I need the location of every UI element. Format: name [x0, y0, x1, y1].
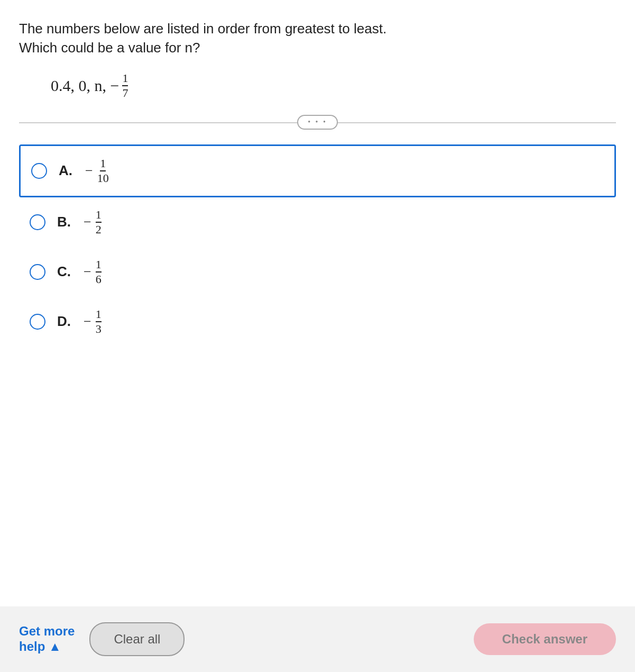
seq-fraction-denominator: 7	[122, 86, 128, 99]
question-line1: The numbers below are listed in order fr…	[19, 19, 616, 38]
radio-c[interactable]	[30, 264, 45, 280]
option-b-fraction: 1 2	[96, 209, 102, 235]
divider: • • •	[19, 115, 616, 130]
question-text: The numbers below are listed in order fr…	[19, 19, 616, 58]
option-label-d: D.	[57, 313, 74, 330]
get-more-help-line2: help ▲	[19, 639, 61, 655]
option-row-a[interactable]: A. − 1 10	[19, 144, 616, 197]
option-a-den: 10	[97, 171, 109, 184]
sequence-text: 0.4, 0, n, −	[51, 77, 119, 95]
option-row-c[interactable]: C. − 1 6	[19, 247, 616, 297]
main-content: The numbers below are listed in order fr…	[0, 0, 635, 591]
get-more-help-button[interactable]: Get more help ▲	[19, 624, 75, 655]
option-row-b[interactable]: B. − 1 2	[19, 197, 616, 247]
option-d-minus: −	[84, 314, 91, 330]
footer: Get more help ▲ Clear all Check answer	[0, 606, 635, 672]
option-a-fraction: 1 10	[97, 158, 109, 184]
option-c-minus: −	[84, 264, 91, 280]
option-d-num: 1	[96, 308, 102, 322]
option-c-num: 1	[96, 259, 102, 273]
option-a-num: 1	[100, 158, 106, 171]
get-more-help-line1: Get more	[19, 624, 75, 639]
option-b-den: 2	[96, 223, 102, 235]
radio-b[interactable]	[30, 214, 45, 230]
seq-fraction-numerator: 1	[122, 72, 128, 86]
sequence-fraction: 1 7	[122, 72, 128, 99]
option-d-fraction: 1 3	[96, 308, 102, 335]
option-value-b: − 1 2	[84, 209, 102, 235]
option-label-a: A.	[59, 162, 76, 179]
option-c-fraction: 1 6	[96, 259, 102, 285]
option-d-den: 3	[96, 322, 102, 335]
option-c-den: 6	[96, 273, 102, 285]
option-value-d: − 1 3	[84, 308, 102, 335]
option-a-minus: −	[85, 163, 93, 179]
option-b-minus: −	[84, 214, 91, 230]
option-row-d[interactable]: D. − 1 3	[19, 297, 616, 347]
check-answer-button[interactable]: Check answer	[474, 623, 616, 655]
option-value-a: − 1 10	[85, 158, 109, 184]
option-label-c: C.	[57, 264, 74, 280]
option-b-num: 1	[96, 209, 102, 223]
option-label-b: B.	[57, 214, 74, 230]
question-line2: Which could be a value for n?	[19, 38, 616, 57]
sequence-display: 0.4, 0, n, − 1 7	[51, 72, 616, 99]
get-more-help-arrow: ▲	[49, 639, 61, 653]
radio-d[interactable]	[30, 314, 45, 330]
divider-dots: • • •	[297, 115, 338, 130]
clear-all-button[interactable]: Clear all	[89, 622, 185, 656]
radio-a[interactable]	[31, 163, 47, 179]
options-container: A. − 1 10 B. − 1 2	[19, 144, 616, 347]
option-value-c: − 1 6	[84, 259, 102, 285]
